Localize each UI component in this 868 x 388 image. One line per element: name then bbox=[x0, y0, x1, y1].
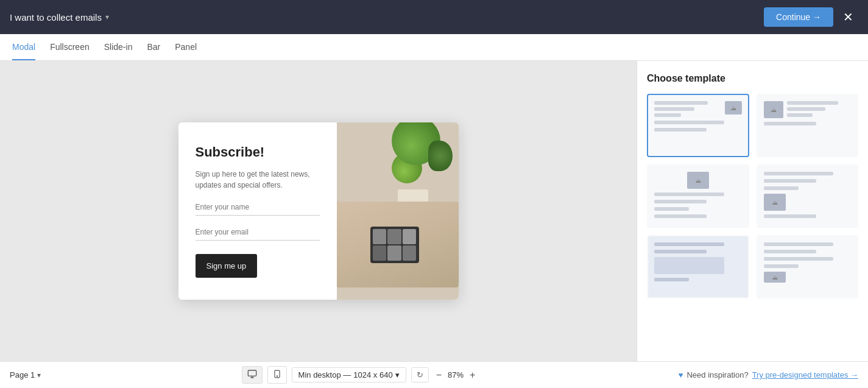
template-card-3-inner: ⛰ bbox=[648, 166, 748, 227]
tmpl-line bbox=[654, 101, 708, 105]
bottom-bar: Page 1 ▾ Min desktop — 1024 x 640 ▾ ↻ − … bbox=[0, 361, 868, 388]
tab-slide-in[interactable]: Slide-in bbox=[104, 35, 133, 60]
tmpl-left-col bbox=[654, 101, 721, 117]
template-card-1[interactable]: ⛰ bbox=[647, 94, 749, 157]
tab-bar[interactable]: Bar bbox=[147, 35, 160, 60]
tablet-cell bbox=[373, 229, 387, 244]
right-panel: Choose template ⛰ bbox=[637, 61, 868, 361]
tablet-cell bbox=[373, 245, 387, 261]
tablet-cell bbox=[403, 245, 417, 261]
modal-description: Sign up here to get the latest news, upd… bbox=[196, 169, 320, 191]
zoom-out-button[interactable]: − bbox=[434, 370, 444, 381]
tmpl-line bbox=[764, 214, 816, 218]
canvas-area: Subscribe! Sign up here to get the lates… bbox=[0, 61, 637, 361]
modal-preview: Subscribe! Sign up here to get the lates… bbox=[178, 122, 459, 300]
modal-email-input[interactable] bbox=[196, 224, 320, 241]
tmpl-line bbox=[654, 128, 707, 132]
tab-panel[interactable]: Panel bbox=[175, 35, 197, 60]
tmpl-line bbox=[654, 121, 724, 124]
modal-content-left: Subscribe! Sign up here to get the lates… bbox=[178, 122, 337, 300]
tablet-cell bbox=[387, 229, 401, 244]
panel-title: Choose template bbox=[647, 73, 858, 84]
mobile-device-button[interactable] bbox=[267, 366, 287, 384]
zoom-control: − 87% + bbox=[434, 370, 478, 381]
desktop-icon bbox=[247, 369, 257, 379]
tablet-cell bbox=[387, 245, 401, 261]
continue-button[interactable]: Continue → bbox=[764, 7, 833, 27]
plant-leaf bbox=[428, 141, 453, 171]
template-card-2[interactable]: ⛰ bbox=[757, 94, 859, 157]
tablet-screen bbox=[370, 227, 419, 263]
viewport-size: 1024 x 640 bbox=[353, 370, 392, 379]
tmpl-line bbox=[787, 113, 813, 117]
tmpl-line bbox=[787, 101, 838, 105]
template-card-3[interactable]: ⛰ bbox=[647, 164, 749, 228]
tmpl-line bbox=[654, 278, 689, 281]
tmpl-line bbox=[764, 172, 834, 175]
bottom-right: ♥ Need inspiration? Try pre-designed tem… bbox=[679, 370, 858, 379]
page-arrow-icon[interactable]: ▾ bbox=[37, 371, 41, 379]
tmpl-row-1: ⛰ bbox=[654, 101, 742, 117]
tmpl-line bbox=[654, 250, 707, 253]
tmpl-line bbox=[764, 250, 816, 253]
nav-tabs: Modal Fullscreen Slide-in Bar Panel bbox=[0, 34, 868, 61]
svg-point-2 bbox=[277, 376, 277, 376]
refresh-button[interactable]: ↻ bbox=[411, 367, 429, 383]
tmpl-image-block: ⛰ bbox=[764, 194, 786, 211]
tmpl-line bbox=[764, 257, 834, 261]
template-card-6[interactable]: ⛰ bbox=[757, 235, 859, 298]
template-card-5-inner bbox=[648, 236, 748, 297]
tablet-cell bbox=[403, 229, 417, 244]
template-card-2-inner: ⛰ bbox=[758, 95, 858, 156]
templates-grid: ⛰ ⛰ bbox=[647, 94, 858, 298]
template-card-5[interactable] bbox=[647, 235, 749, 298]
tmpl-image-block: ⛰ bbox=[725, 101, 742, 115]
chevron-down-icon[interactable]: ▾ bbox=[105, 13, 109, 21]
template-card-6-inner: ⛰ bbox=[758, 236, 858, 297]
tmpl-image-block: ⛰ bbox=[764, 101, 783, 118]
modal-name-input[interactable] bbox=[196, 199, 320, 216]
tmpl-line bbox=[764, 186, 799, 190]
zoom-level: 87% bbox=[448, 370, 464, 379]
bottom-left: Page 1 ▾ bbox=[10, 370, 41, 379]
tmpl-line bbox=[764, 122, 816, 125]
tmpl-line bbox=[654, 200, 707, 203]
viewport-chevron-icon: ▾ bbox=[395, 370, 400, 379]
tmpl-image-block: ⛰ bbox=[764, 272, 786, 283]
goal-label: I want to collect emails bbox=[10, 12, 102, 23]
tmpl-right-col bbox=[787, 101, 852, 117]
zoom-in-button[interactable]: + bbox=[467, 370, 478, 381]
main-layout: Subscribe! Sign up here to get the lates… bbox=[0, 61, 868, 361]
tmpl-line bbox=[787, 107, 825, 111]
template-card-1-inner: ⛰ bbox=[648, 95, 748, 156]
tmpl-line bbox=[764, 179, 816, 183]
tablet-background bbox=[337, 202, 459, 287]
template-card-4-inner: ⛰ bbox=[758, 166, 858, 227]
tmpl-line bbox=[654, 242, 724, 246]
tab-modal[interactable]: Modal bbox=[12, 35, 35, 60]
tmpl-line bbox=[764, 264, 799, 268]
topbar-right: Continue → ✕ bbox=[764, 7, 858, 27]
tmpl-row-1: ⛰ bbox=[764, 101, 852, 118]
tablet-area bbox=[337, 202, 459, 287]
close-icon[interactable]: ✕ bbox=[838, 7, 858, 27]
modal-title: Subscribe! bbox=[196, 144, 320, 160]
viewport-label: Min desktop — bbox=[298, 370, 351, 379]
topbar: I want to collect emails ▾ Continue → ✕ bbox=[0, 0, 868, 34]
viewport-selector[interactable]: Min desktop — 1024 x 640 ▾ bbox=[292, 367, 406, 383]
mobile-icon bbox=[273, 369, 281, 379]
modal-image-area bbox=[337, 122, 459, 300]
tab-fullscreen[interactable]: Fullscreen bbox=[50, 35, 90, 60]
tmpl-line bbox=[654, 107, 694, 111]
tmpl-line bbox=[654, 214, 707, 218]
inspiration-link[interactable]: Try pre-designed templates → bbox=[752, 370, 858, 379]
tmpl-image-block: ⛰ bbox=[687, 172, 709, 189]
tmpl-line bbox=[654, 192, 724, 196]
tmpl-line bbox=[764, 242, 834, 246]
desktop-device-button[interactable] bbox=[242, 366, 263, 384]
page-label: Page 1 bbox=[10, 370, 35, 379]
tmpl-line bbox=[654, 207, 689, 211]
topbar-left: I want to collect emails ▾ bbox=[10, 12, 109, 23]
template-card-4[interactable]: ⛰ bbox=[757, 164, 859, 228]
modal-submit-button[interactable]: Sign me up bbox=[196, 254, 258, 278]
